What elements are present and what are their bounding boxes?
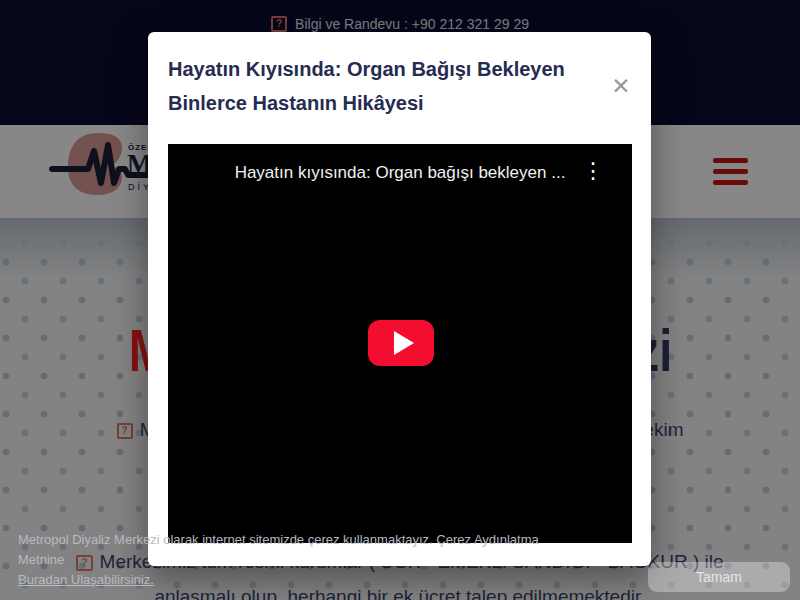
cookie-message: Metropol Diyaliz Merkezi olarak internet… (18, 532, 539, 567)
kebab-menu-icon[interactable]: ⋮ (576, 159, 610, 183)
modal-title: Hayatın Kıyısında: Organ Bağışı Bekleyen… (168, 52, 608, 120)
play-icon (394, 331, 414, 355)
play-button[interactable] (368, 320, 434, 366)
close-icon[interactable]: ✕ (603, 68, 639, 104)
video-title-link[interactable]: Hayatın kıyısında: Organ bağışı bekleyen… (168, 144, 632, 183)
video-modal: Hayatın Kıyısında: Organ Bağışı Bekleyen… (148, 32, 651, 566)
youtube-player[interactable]: Hayatın kıyısında: Organ bağışı bekleyen… (168, 144, 632, 543)
cookie-notice: Metropol Diyaliz Merkezi olarak internet… (18, 530, 558, 590)
cookie-accept-button[interactable]: Tamam (648, 562, 790, 592)
cookie-policy-link[interactable]: Buradan Ulaşabilirsiniz. (18, 572, 154, 587)
